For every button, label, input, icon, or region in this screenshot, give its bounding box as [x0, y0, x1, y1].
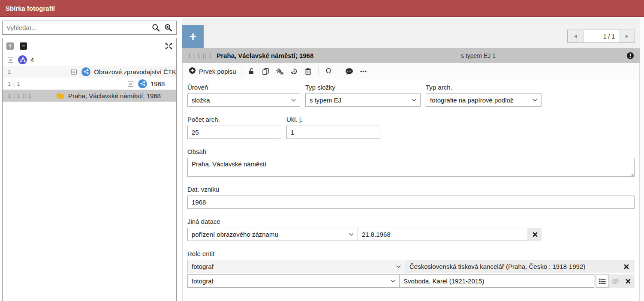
- omega-icon[interactable]: Ω: [322, 65, 336, 78]
- record-toolbar: Prvek popisu: [183, 63, 639, 79]
- chevron-down-icon: [396, 265, 401, 268]
- search-input[interactable]: [6, 24, 147, 31]
- app-title-bar: Sbírka fotografií: [0, 0, 644, 17]
- remove-role-button[interactable]: [622, 274, 635, 288]
- field-label-obsah: Obsah: [187, 148, 635, 155]
- pager-position-input[interactable]: [584, 30, 619, 42]
- tree-controls: + −: [3, 38, 176, 54]
- pocet-arch-input[interactable]: [187, 126, 281, 139]
- collapse-expander-icon[interactable]: [128, 81, 133, 87]
- jina-datace-type-value: pořízení obrazového záznamu: [192, 231, 278, 238]
- pager-prev-button[interactable]: [568, 30, 584, 42]
- jina-datace-row: pořízení obrazového záznamu: [187, 228, 635, 241]
- field-label-uroven: Úroveň: [187, 84, 300, 91]
- uroven-value: složka: [192, 96, 210, 104]
- toolbar-separator: [241, 66, 241, 76]
- tree-node-ctk[interactable]: 1 Obrazové zpravodajství ČTK: [3, 66, 176, 78]
- description-form: Úroveň složka Typ složky s typem EJ Typ …: [183, 79, 639, 291]
- record-pager: [567, 30, 635, 43]
- unlock-icon[interactable]: [244, 65, 259, 78]
- search-plus-icon[interactable]: [164, 24, 172, 32]
- chevron-down-icon: [533, 99, 537, 102]
- comment-icon[interactable]: [342, 65, 356, 78]
- plus-circle-icon: [189, 67, 196, 75]
- tree-node-position: 1 | 1 || 1: [8, 93, 51, 99]
- obsah-textarea[interactable]: Praha, Václavské náměstí: [187, 158, 635, 177]
- tree-search-box: [2, 21, 177, 35]
- copy-icon[interactable]: [259, 65, 273, 78]
- section-divider: [187, 291, 635, 291]
- record-area: + 1 | 1 || 1 Praha, Václavské náměstí; 1…: [182, 18, 644, 301]
- share-icon: [138, 79, 147, 88]
- folder-icon: [56, 92, 65, 99]
- close-icon: [624, 264, 629, 269]
- add-tab-button[interactable]: +: [182, 25, 204, 48]
- record-position: 1 | 1 || 1: [188, 52, 212, 59]
- chevron-down-icon: [412, 99, 416, 102]
- ukl-j-input[interactable]: [286, 126, 380, 139]
- collapse-expander-icon[interactable]: [71, 69, 77, 75]
- add-description-element-label: Prvek popisu: [199, 68, 236, 75]
- close-icon: [533, 232, 538, 237]
- field-label-role-entit: Role entit: [187, 250, 635, 257]
- tree-sidebar: + − 4 1: [0, 18, 181, 301]
- toolbar-separator: [318, 66, 319, 76]
- tree-node-label: 1968: [150, 80, 165, 87]
- share-icon: [81, 67, 90, 76]
- record-panel: Prvek popisu: [182, 63, 640, 301]
- expand-all-button[interactable]: +: [6, 42, 14, 50]
- role-entit-row-1: fotograf Československá tisková kancelář…: [187, 260, 635, 273]
- tree-node-label: Obrazové zpravodajství ČTK: [94, 68, 176, 75]
- add-description-element-button[interactable]: Prvek popisu: [187, 67, 238, 75]
- tree-node-label: Praha, Václavské náměstí; 1968: [68, 92, 161, 99]
- history-icon[interactable]: [287, 65, 301, 78]
- collapse-all-button[interactable]: −: [20, 42, 27, 50]
- jina-datace-date-input[interactable]: [358, 228, 527, 241]
- field-label-typ-arch: Typ arch.: [426, 84, 542, 91]
- app-title: Sbírka fotografií: [6, 5, 55, 12]
- role-select-2[interactable]: fotograf: [187, 274, 400, 288]
- collapse-expander-icon[interactable]: [8, 57, 13, 63]
- remove-role-button[interactable]: [618, 260, 635, 273]
- list-icon[interactable]: [596, 274, 609, 288]
- tree-panel: + − 4 1: [2, 38, 177, 301]
- field-label-typ-slozky: Typ složky: [305, 84, 421, 91]
- role-value: fotograf: [192, 277, 214, 285]
- field-label-pocet-arch: Počet arch.: [187, 116, 281, 123]
- vertical-scrollbar[interactable]: [640, 18, 644, 301]
- expand-arrows-icon[interactable]: [165, 42, 172, 50]
- eye-slash-icon[interactable]: [609, 274, 622, 288]
- tree-node-root[interactable]: 4: [3, 54, 176, 66]
- field-label-ukl-j: Ukl. j.: [286, 116, 380, 123]
- field-label-jina-datace: Jiná datace: [187, 218, 635, 225]
- entity-field[interactable]: Svoboda, Karel (1921-2015): [400, 274, 594, 288]
- chevron-down-icon: [291, 99, 296, 102]
- role-select-1[interactable]: fotograf: [187, 260, 405, 273]
- record-header: 1 | 1 || 1 Praha, Václavské náměstí; 196…: [182, 48, 640, 63]
- tree-node-selected[interactable]: 1 | 1 || 1 Praha, Václavské náměstí; 196…: [3, 90, 176, 102]
- typ-arch-select[interactable]: fotografie na papírové podlož: [426, 93, 542, 107]
- search-icon[interactable]: [152, 24, 160, 32]
- chevron-down-icon: [349, 233, 354, 236]
- remove-jina-datace-button[interactable]: [528, 228, 542, 241]
- typ-slozky-value: s typem EJ: [310, 96, 341, 104]
- pager-next-button[interactable]: [619, 30, 635, 42]
- record-title: Praha, Václavské náměstí; 1968: [217, 52, 313, 59]
- record-type-badge: s typem EJ 1: [461, 52, 496, 59]
- jina-datace-type-select[interactable]: pořízení obrazového záznamu: [187, 228, 358, 241]
- role-value: fotograf: [192, 263, 214, 270]
- typ-arch-value: fotografie na papírové podlož: [430, 96, 513, 104]
- tree-node-1968[interactable]: 1 | 1 1968: [3, 78, 176, 90]
- tree-node-position: 1 | 1: [8, 81, 123, 87]
- uroven-select[interactable]: složka: [187, 93, 300, 107]
- exclamation-circle-icon[interactable]: [626, 52, 634, 60]
- dat-vzniku-input[interactable]: [187, 196, 635, 209]
- role-entit-row-2: fotograf Svoboda, Karel (1921-2015): [187, 274, 635, 288]
- trash-icon[interactable]: [301, 65, 315, 78]
- toolbar-separator: [339, 66, 339, 76]
- tree-node-position: 1: [8, 69, 67, 75]
- entity-value: Svoboda, Karel (1921-2015): [403, 277, 484, 285]
- ellipsis-icon[interactable]: [356, 65, 370, 78]
- gears-icon[interactable]: [273, 65, 287, 78]
- typ-slozky-select[interactable]: s typem EJ: [305, 93, 421, 107]
